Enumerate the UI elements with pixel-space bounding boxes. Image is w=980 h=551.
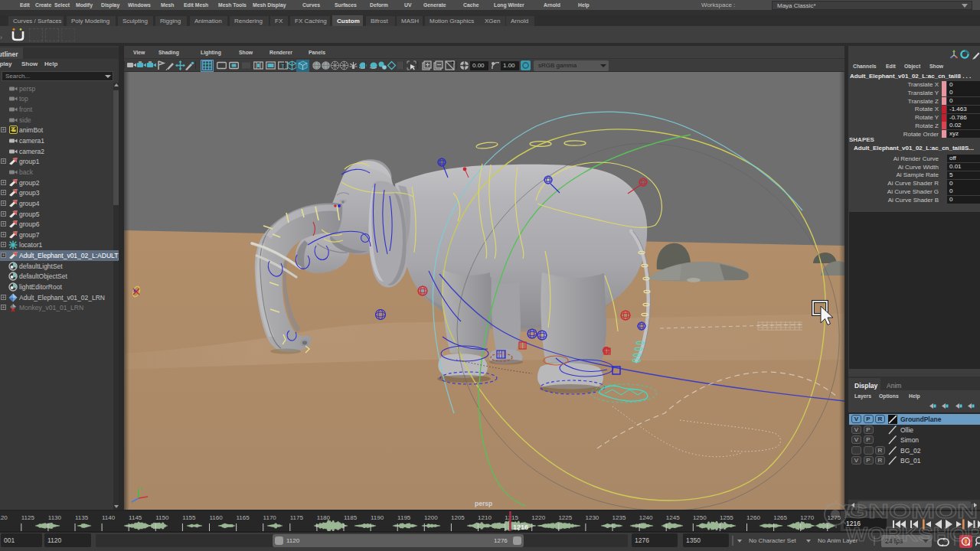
svg-text:1255: 1255 bbox=[720, 514, 733, 521]
svg-text:1230: 1230 bbox=[586, 514, 599, 521]
svg-text:1175: 1175 bbox=[290, 514, 304, 521]
svg-text:1180: 1180 bbox=[317, 514, 331, 521]
svg-text:1270: 1270 bbox=[800, 514, 814, 521]
svg-text:1155: 1155 bbox=[182, 514, 196, 521]
svg-text:1195: 1195 bbox=[397, 514, 411, 521]
svg-text:1235: 1235 bbox=[612, 514, 626, 521]
svg-text:1250: 1250 bbox=[693, 514, 707, 521]
svg-text:1160: 1160 bbox=[209, 514, 223, 521]
svg-text:1240: 1240 bbox=[639, 514, 653, 521]
svg-text:1150: 1150 bbox=[155, 514, 169, 521]
svg-text:1275: 1275 bbox=[827, 514, 841, 521]
svg-text:y: y bbox=[140, 485, 142, 490]
svg-text:1165: 1165 bbox=[236, 514, 250, 521]
svg-text:1220: 1220 bbox=[531, 514, 545, 521]
svg-text:1200: 1200 bbox=[424, 514, 438, 521]
svg-text:1265: 1265 bbox=[773, 514, 787, 521]
svg-text:1125: 1125 bbox=[21, 514, 35, 521]
svg-text:1130: 1130 bbox=[48, 514, 62, 521]
svg-text:1185: 1185 bbox=[344, 514, 358, 521]
svg-text:1145: 1145 bbox=[129, 514, 142, 521]
svg-text:1205: 1205 bbox=[451, 514, 465, 521]
svg-text:1215: 1215 bbox=[505, 514, 518, 521]
svg-text:1140: 1140 bbox=[102, 514, 116, 521]
svg-text:1190: 1190 bbox=[371, 514, 384, 521]
svg-text:1260: 1260 bbox=[746, 514, 760, 521]
svg-text:1135: 1135 bbox=[75, 514, 89, 521]
svg-text:1170: 1170 bbox=[263, 514, 277, 521]
svg-text:1120: 1120 bbox=[0, 514, 8, 521]
svg-text:1216: 1216 bbox=[513, 523, 528, 531]
svg-text:1210: 1210 bbox=[478, 514, 492, 521]
svg-text:persp: persp bbox=[475, 500, 492, 507]
svg-text:1245: 1245 bbox=[666, 514, 680, 521]
svg-text:1225: 1225 bbox=[558, 514, 572, 521]
